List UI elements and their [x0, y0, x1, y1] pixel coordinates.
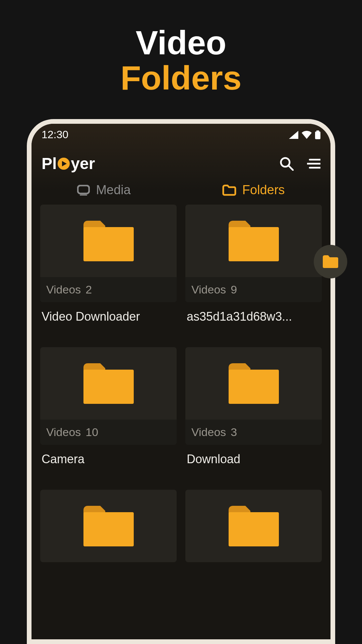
tab-folders-label: Folders [242, 183, 285, 197]
folder-icon [322, 255, 339, 269]
tab-folders[interactable]: Folders [222, 183, 285, 197]
folder-icon [82, 219, 135, 263]
svg-rect-0 [316, 130, 319, 131]
svg-point-3 [281, 158, 290, 167]
svg-rect-15 [229, 512, 279, 546]
folder-title: Camera [40, 445, 177, 481]
phone-screen: 12:30 Pl yer [32, 124, 330, 639]
promo-title: Video Folders [0, 0, 362, 96]
folder-count: 2 [85, 283, 92, 296]
folder-tab-icon [222, 184, 236, 196]
folder-icon [227, 219, 281, 263]
svg-rect-1 [315, 131, 320, 139]
folder-item[interactable] [40, 490, 177, 562]
folder-meta: Videos 10 [40, 420, 177, 445]
folder-title: Video Downloader [40, 302, 177, 338]
promo-line-1: Video [0, 25, 362, 60]
folder-thumbnail [185, 490, 322, 562]
tab-media-label: Media [96, 183, 131, 197]
svg-rect-8 [78, 185, 89, 194]
folder-item[interactable] [185, 490, 322, 562]
folder-item[interactable]: Videos 10 Camera [40, 347, 177, 481]
folder-thumbnail [185, 205, 322, 277]
svg-rect-14 [83, 512, 134, 546]
meta-label: Videos [46, 283, 81, 296]
folder-icon [227, 362, 281, 405]
folder-fab-button[interactable] [314, 245, 347, 278]
folder-icon [227, 504, 281, 548]
tab-media[interactable]: Media [77, 183, 131, 197]
folder-title: Download [185, 445, 322, 481]
status-time: 12:30 [42, 128, 68, 141]
promo-line-2: Folders [0, 60, 362, 96]
folder-count: 3 [231, 426, 237, 439]
search-icon[interactable] [280, 157, 294, 171]
folder-thumbnail [40, 490, 177, 562]
folder-meta: Videos 9 [185, 277, 322, 302]
header-actions [280, 157, 320, 171]
folder-thumbnail [40, 205, 177, 277]
svg-line-4 [289, 166, 293, 170]
folder-grid: Videos 2 Video Downloader Videos [32, 205, 330, 562]
cellular-icon [289, 131, 298, 139]
folder-card: Videos 9 [185, 205, 322, 302]
meta-label: Videos [46, 426, 81, 439]
battery-icon [315, 130, 320, 139]
meta-label: Videos [191, 426, 226, 439]
folder-count: 10 [85, 426, 98, 439]
folder-item[interactable]: Videos 9 as35d1a31d68w3... [185, 205, 322, 338]
folder-meta: Videos 3 [185, 420, 322, 445]
meta-label: Videos [191, 283, 226, 296]
folder-card: Videos 2 [40, 205, 177, 302]
phone-frame: 12:30 Pl yer [27, 119, 335, 644]
media-icon [77, 185, 90, 196]
folder-count: 9 [231, 283, 237, 296]
svg-rect-13 [229, 370, 279, 404]
folder-icon [82, 504, 135, 548]
folder-thumbnail [185, 347, 322, 420]
folder-icon [82, 362, 135, 405]
status-bar: 12:30 [32, 124, 330, 144]
folder-thumbnail [40, 347, 177, 420]
menu-icon[interactable] [307, 158, 320, 169]
svg-rect-12 [83, 370, 134, 404]
folder-card: Videos 3 [185, 347, 322, 445]
app-logo: Pl yer [42, 154, 95, 173]
folder-card [40, 490, 177, 562]
logo-prefix: Pl [42, 154, 57, 173]
folder-item[interactable]: Videos 3 Download [185, 347, 322, 481]
logo-play-icon [57, 157, 70, 170]
app-header: Pl yer [32, 144, 330, 178]
folder-meta: Videos 2 [40, 277, 177, 302]
svg-rect-10 [83, 227, 134, 261]
status-icons [289, 130, 320, 139]
folder-card: Videos 10 [40, 347, 177, 445]
wifi-icon [302, 131, 312, 139]
folder-item[interactable]: Videos 2 Video Downloader [40, 205, 177, 338]
tabs: Media Folders [32, 178, 330, 205]
folder-title: as35d1a31d68w3... [185, 302, 322, 338]
logo-suffix: yer [71, 154, 95, 173]
folder-card [185, 490, 322, 562]
svg-rect-11 [229, 227, 279, 261]
